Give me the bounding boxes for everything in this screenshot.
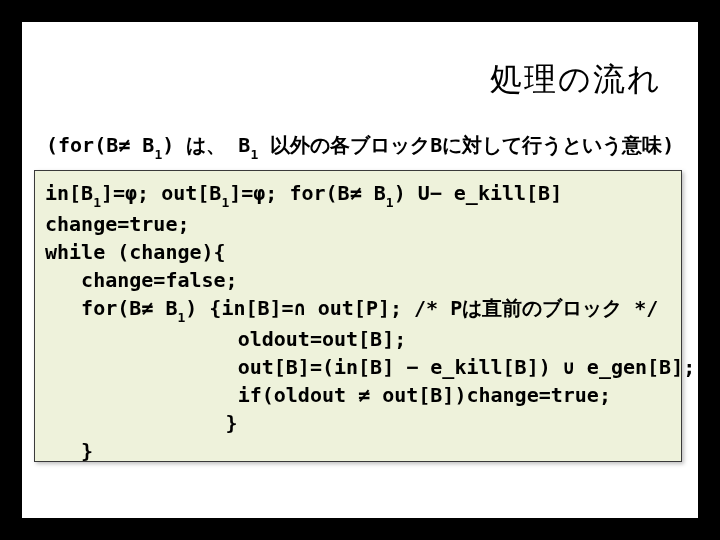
code-box: in[B1]=φ; out[B1]=φ; for(B≠ B1) U− e_kil… <box>34 170 682 462</box>
note-sub-2: 1 <box>250 147 258 162</box>
code-seg: ) {in[B]=∩ out[P]; /* Pは直前のブロック */ <box>185 296 658 320</box>
note-line: (for(B≠ B1) は、 B1 以外の各ブロックBに対して行うという意味) <box>46 132 674 160</box>
code-line-3: while (change){ <box>45 238 671 266</box>
code-line-1: in[B1]=φ; out[B1]=φ; for(B≠ B1) U− e_kil… <box>45 179 671 210</box>
code-sub: 1 <box>177 310 185 325</box>
code-sub: 1 <box>386 195 394 210</box>
code-line-4: change=false; <box>45 266 671 294</box>
note-sub-1: 1 <box>154 147 162 162</box>
code-line-9: } <box>45 409 671 437</box>
code-line-2: change=true; <box>45 210 671 238</box>
code-seg: ) U− e_kill[B] <box>394 181 563 205</box>
code-line-7: out[B]=(in[B] − e_kill[B]) ∪ e_gen[B]; <box>45 353 671 381</box>
code-seg: ]=φ; out[B <box>101 181 221 205</box>
code-line-6: oldout=out[B]; <box>45 325 671 353</box>
note-text-2: ) は、 B <box>162 133 250 157</box>
slide-title: 処理の流れ <box>490 58 662 102</box>
code-seg: ]=φ; for(B≠ B <box>229 181 386 205</box>
code-line-10: } <box>45 437 671 465</box>
code-line-5: for(B≠ B1) {in[B]=∩ out[P]; /* Pは直前のブロック… <box>45 294 671 325</box>
note-text-3: 以外の各ブロックBに対して行うという意味) <box>258 133 674 157</box>
code-sub: 1 <box>93 195 101 210</box>
code-seg: for(B≠ B <box>45 296 177 320</box>
code-line-8: if(oldout ≠ out[B])change=true; <box>45 381 671 409</box>
code-sub: 1 <box>221 195 229 210</box>
code-seg: in[B <box>45 181 93 205</box>
note-text-1: (for(B≠ B <box>46 133 154 157</box>
slide: 処理の流れ (for(B≠ B1) は、 B1 以外の各ブロックBに対して行うと… <box>22 22 698 518</box>
